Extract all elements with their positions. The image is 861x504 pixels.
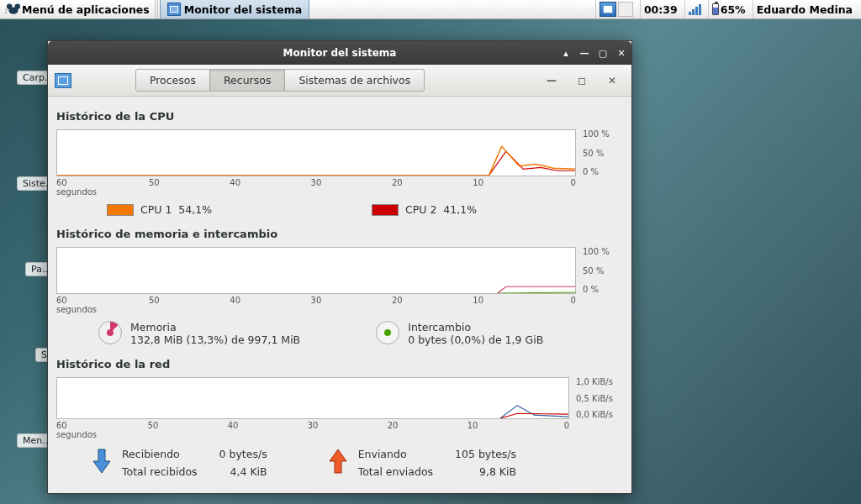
applications-menu-button[interactable]: Menú de aplicaciones bbox=[0, 0, 155, 18]
memory-chart bbox=[56, 247, 576, 294]
tab-filesystems[interactable]: Sistemas de archivos bbox=[285, 69, 425, 92]
csd-close-button[interactable]: ✕ bbox=[606, 75, 618, 87]
clock-applet[interactable]: 00:39 bbox=[640, 0, 681, 18]
cpu-chart bbox=[56, 129, 576, 176]
memory-usage-item[interactable]: Memoria 132,8 MiB (13,3%) de 997,1 MiB bbox=[98, 321, 300, 346]
network-receiving-block: Recibiendo 0 bytes/s Total recibidos 4,4… bbox=[90, 448, 267, 478]
wifi-signal-icon bbox=[689, 3, 701, 15]
cpu-history-heading: Histórico de la CPU bbox=[56, 110, 623, 123]
swap-usage-item[interactable]: Intercambio 0 bytes (0,0%) de 1,9 GiB bbox=[376, 321, 543, 346]
network-history-heading: Histórico de la red bbox=[56, 358, 623, 370]
battery-percent: 65% bbox=[721, 3, 746, 16]
network-applet[interactable] bbox=[684, 0, 705, 18]
upload-arrow-icon bbox=[326, 448, 350, 475]
download-arrow-icon bbox=[90, 448, 114, 475]
window-rollup-button[interactable]: ▴ bbox=[559, 46, 573, 60]
memory-label: Memoria bbox=[130, 321, 300, 333]
cpu-y-axis: 100 %50 %0 % bbox=[583, 129, 623, 176]
notification-area[interactable] bbox=[595, 0, 637, 18]
header-bar: Procesos Recursos Sistemas de archivos —… bbox=[48, 65, 631, 97]
window-titlebar[interactable]: Monitor del sistema ▴ — ▢ ✕ bbox=[48, 41, 631, 65]
total-sent-value: 9,8 KiB bbox=[455, 465, 516, 478]
cpu2-color-chip bbox=[372, 204, 399, 216]
receiving-rate: 0 bytes/s bbox=[219, 448, 267, 460]
swap-detail: 0 bytes (0,0%) de 1,9 GiB bbox=[408, 333, 543, 346]
svg-point-2 bbox=[15, 4, 20, 9]
window-title: Monitor del sistema bbox=[283, 47, 397, 59]
svg-point-1 bbox=[7, 4, 12, 9]
user-menu[interactable]: Eduardo Medina bbox=[753, 0, 856, 18]
top-panel: Menú de aplicaciones Monitor del sistema… bbox=[0, 0, 861, 19]
swap-label: Intercambio bbox=[408, 321, 543, 333]
taskbar-item-system-monitor[interactable]: Monitor del sistema bbox=[160, 0, 309, 18]
battery-applet[interactable]: 65% bbox=[708, 0, 749, 18]
svg-line-3 bbox=[5, 9, 7, 11]
memory-pie-icon bbox=[98, 321, 122, 344]
xfce-logo-icon bbox=[5, 3, 22, 16]
network-x-axis: 60 segundos50403020100 bbox=[56, 421, 569, 439]
swap-pie-icon bbox=[376, 321, 399, 344]
total-sent-label: Total enviados bbox=[358, 465, 433, 478]
csd-minimize-button[interactable]: — bbox=[546, 75, 557, 87]
clock-text: 00:39 bbox=[644, 3, 678, 16]
tab-resources[interactable]: Recursos bbox=[210, 69, 285, 92]
svg-line-4 bbox=[5, 12, 7, 13]
cpu1-legend[interactable]: CPU 1 54,1% bbox=[107, 203, 212, 216]
window-minimize-button[interactable]: — bbox=[578, 46, 591, 60]
network-y-axis: 1,0 KiB/s0,5 KiB/s0,0 KiB/s bbox=[576, 377, 623, 419]
taskbar-item-label: Monitor del sistema bbox=[184, 3, 302, 16]
network-chart bbox=[56, 377, 569, 419]
sending-label: Enviando bbox=[358, 448, 433, 460]
cpu-x-axis: 60 segundos50403020100 bbox=[56, 178, 576, 197]
tab-processes[interactable]: Procesos bbox=[135, 69, 210, 92]
window-maximize-button[interactable]: ▢ bbox=[596, 46, 610, 60]
notification-icon bbox=[600, 2, 616, 17]
memory-x-axis: 60 segundos50403020100 bbox=[56, 296, 576, 314]
sending-rate: 105 bytes/s bbox=[455, 448, 516, 460]
total-received-label: Total recibidos bbox=[122, 465, 198, 478]
resources-view: Histórico de la CPU 100 %50 %0 % 60 segu… bbox=[48, 97, 631, 493]
memory-detail: 132,8 MiB (13,3%) de 997,1 MiB bbox=[130, 333, 300, 346]
view-switcher: Procesos Recursos Sistemas de archivos bbox=[135, 69, 425, 92]
cpu1-color-chip bbox=[107, 204, 134, 216]
applications-menu-label: Menú de aplicaciones bbox=[22, 3, 150, 16]
system-monitor-window: Monitor del sistema ▴ — ▢ ✕ Procesos Rec… bbox=[47, 40, 632, 494]
system-tray: 00:39 65% Eduardo Medina bbox=[595, 0, 861, 18]
memory-history-heading: Histórico de memoria e intercambio bbox=[56, 228, 623, 240]
user-name: Eduardo Medina bbox=[757, 3, 853, 16]
system-monitor-icon bbox=[167, 3, 181, 16]
battery-icon bbox=[712, 3, 719, 15]
csd-maximize-button[interactable]: ◻ bbox=[576, 75, 588, 87]
system-monitor-icon bbox=[55, 73, 71, 88]
memory-y-axis: 100 %50 %0 % bbox=[583, 247, 623, 294]
tray-blank-icon bbox=[618, 2, 633, 17]
cpu2-legend[interactable]: CPU 2 41,1% bbox=[372, 203, 477, 216]
total-received-value: 4,4 KiB bbox=[219, 465, 267, 478]
receiving-label: Recibiendo bbox=[122, 448, 198, 460]
window-close-button[interactable]: ✕ bbox=[615, 46, 628, 60]
network-sending-block: Enviando 105 bytes/s Total enviados 9,8 … bbox=[326, 448, 516, 478]
